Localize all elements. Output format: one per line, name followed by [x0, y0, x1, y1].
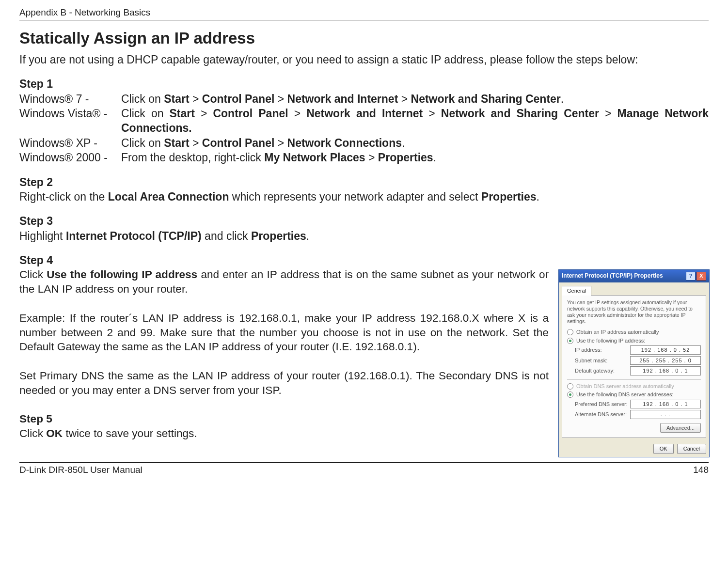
input-ip[interactable]: 192 . 168 . 0 . 52 [630, 345, 701, 355]
tcpip-properties-screenshot: Internet Protocol (TCP/IP) Properties ? … [558, 269, 709, 457]
radio-icon [567, 338, 573, 344]
footer-page-number: 148 [693, 465, 709, 475]
label-gateway: Default gateway: [575, 367, 615, 375]
radio-icon [567, 383, 573, 390]
advanced-button[interactable]: Advanced... [660, 423, 701, 433]
step5-label: Step 5 [19, 412, 549, 426]
step1-row-2000: Windows® 2000 - From the desktop, right-… [19, 150, 709, 165]
step1-row-xp: Windows® XP - Click on Start > Control P… [19, 136, 709, 150]
input-mask[interactable]: 255 . 255 . 255 . 0 [630, 356, 701, 365]
step4-p2: Example: If the router´s LAN IP address … [19, 311, 549, 354]
appendix-header: Appendix B - Networking Basics [19, 7, 709, 18]
step5-text: Click OK twice to save your settings. [19, 426, 549, 441]
radio-icon [567, 391, 573, 398]
os-label: Windows® 2000 - [19, 150, 121, 165]
label-dns1: Preferred DNS server: [575, 401, 628, 408]
intro-text: If you are not using a DHCP capable gate… [19, 52, 709, 67]
dialog-title: Internet Protocol (TCP/IP) Properties [562, 272, 663, 280]
close-icon[interactable]: X [696, 272, 706, 281]
step4-p3: Set Primary DNS the same as the LAN IP a… [19, 369, 549, 398]
os-label: Windows® XP - [19, 136, 121, 150]
label-ip: IP address: [575, 346, 601, 354]
tab-general[interactable]: General [562, 286, 591, 296]
radio-use-following[interactable]: Use the following IP address: [567, 337, 701, 344]
cancel-button[interactable]: Cancel [677, 444, 706, 454]
os-label: Windows Vista® - [19, 106, 121, 136]
dialog-titlebar[interactable]: Internet Protocol (TCP/IP) Properties ? … [559, 270, 709, 282]
step1-row-win7: Windows® 7 - Click on Start > Control Pa… [19, 92, 709, 106]
radio-obtain-auto[interactable]: Obtain an IP address automatically [567, 328, 701, 336]
dialog-description: You can get IP settings assigned automat… [567, 299, 701, 325]
footer-manual: D-Link DIR-850L User Manual [19, 465, 142, 475]
label-mask: Subnet mask: [575, 357, 607, 364]
help-icon[interactable]: ? [686, 272, 696, 281]
radio-icon [567, 329, 573, 335]
top-rule [19, 20, 709, 20]
step4-p1: Click Use the following IP address and e… [19, 267, 549, 297]
input-gateway[interactable]: 192 . 168 . 0 . 1 [630, 366, 701, 375]
os-label: Windows® 7 - [19, 92, 121, 106]
step3-text: Highlight Internet Protocol (TCP/IP) and… [19, 229, 709, 243]
bottom-rule [19, 462, 709, 463]
step2-text: Right-click on the Local Area Connection… [19, 189, 709, 204]
step3-label: Step 3 [19, 214, 709, 228]
step4-label: Step 4 [19, 253, 709, 267]
instruction-text: From the desktop, right-click My Network… [121, 150, 709, 165]
instruction-text: Click on Start > Control Panel > Network… [121, 92, 709, 106]
label-dns2: Alternate DNS server: [575, 411, 627, 418]
step1-row-vista: Windows Vista® - Click on Start > Contro… [19, 106, 709, 136]
radio-dns-auto: Obtain DNS server address automatically [567, 383, 701, 390]
instruction-text: Click on Start > Control Panel > Network… [121, 106, 709, 136]
radio-dns-manual[interactable]: Use the following DNS server addresses: [567, 391, 701, 398]
ok-button[interactable]: OK [653, 444, 674, 454]
page-title: Statically Assign an IP address [19, 29, 709, 47]
input-dns2[interactable]: . . . [630, 410, 701, 419]
step2-label: Step 2 [19, 175, 709, 189]
input-dns1[interactable]: 192 . 168 . 0 . 1 [630, 400, 701, 409]
instruction-text: Click on Start > Control Panel > Network… [121, 136, 709, 150]
step1-label: Step 1 [19, 77, 709, 91]
